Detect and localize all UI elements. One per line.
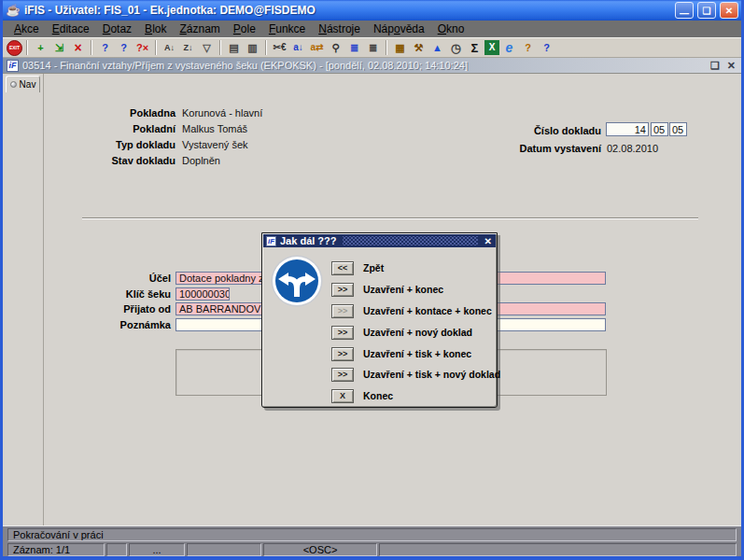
status-cell: [106, 543, 127, 556]
tools-icon[interactable]: ⚒: [410, 39, 428, 57]
translate-field-icon[interactable]: a⇄: [308, 39, 326, 57]
cancel-query-icon[interactable]: ?×: [133, 39, 151, 57]
close-posting-end-button[interactable]: >>: [331, 304, 354, 318]
doc-number-field-2[interactable]: 05: [651, 122, 668, 136]
list-values-icon[interactable]: ≣: [345, 39, 363, 57]
label-datum-vystaveni: Datum vystavení: [463, 143, 601, 154]
dialog-row: >> Uzavření + nový doklad: [331, 325, 472, 340]
dialog-close-icon[interactable]: ✕: [484, 236, 493, 246]
fork-direction-sign-icon: [271, 255, 323, 307]
delete-record-icon[interactable]: ×: [69, 39, 87, 57]
toolbar-separator: [155, 40, 157, 55]
horizontal-separator: [82, 217, 698, 219]
label-typ-dokladu: Typ dokladu: [21, 139, 175, 150]
mountain-icon[interactable]: ▲: [428, 39, 446, 57]
java-icon: ☕: [6, 3, 21, 18]
dialog-row: >> Uzavření + tisk + konec: [331, 346, 471, 361]
end-label: Konec: [363, 390, 393, 401]
close-print-end-button[interactable]: >>: [331, 347, 354, 361]
toolbar-separator: [219, 40, 221, 55]
list-of-values-icon[interactable]: a↓: [289, 39, 307, 57]
dialog-title: Jak dál ???: [280, 235, 337, 246]
duplicate-record-icon[interactable]: ⇲: [50, 39, 68, 57]
help-icon[interactable]: ?: [538, 39, 555, 57]
label-klic-seku: Klíč šeku: [21, 288, 171, 300]
close-new-document-label: Uzavření + nový doklad: [363, 327, 472, 338]
menu-akce[interactable]: Akce: [7, 22, 46, 35]
close-end-button[interactable]: >>: [331, 283, 354, 297]
mdi-close-button[interactable]: ✕: [725, 60, 737, 72]
menu-okno[interactable]: Okno: [431, 22, 471, 35]
menu-pole[interactable]: Pole: [227, 22, 262, 35]
dialog-body: << Zpět >> Uzavření + konec >> Uzavření …: [262, 248, 497, 407]
print-preview-icon[interactable]: ▥: [244, 39, 261, 57]
window-title: iFIS - Uživatel: FIS_01 - Ek.jednotka: D…: [24, 4, 671, 17]
value-datum-vystaveni: 02.08.2010: [607, 143, 658, 154]
maximize-button[interactable]: ❏: [697, 2, 716, 19]
doc-number-field-3[interactable]: 05: [669, 122, 687, 136]
value-pokladni: Malkus Tomáš: [182, 123, 247, 134]
close-button[interactable]: ✕: [720, 2, 738, 19]
value-typ-dokladu: Vystavený šek: [182, 139, 248, 150]
status-bar: Pokračování v práci Záznam: 1/1 ... <OSC…: [3, 525, 741, 557]
ifis-logo-icon: iF: [266, 236, 276, 246]
menu-napoveda[interactable]: Nápověda: [367, 22, 431, 35]
sort-descending-icon[interactable]: Z↓: [179, 39, 197, 57]
jak-dal-dialog: iF Jak dál ??? ✕ << Zpět: [261, 232, 498, 408]
sort-ascending-icon[interactable]: A↓: [161, 39, 178, 57]
sum-icon[interactable]: Σ: [466, 39, 484, 57]
enter-query-icon[interactable]: ?: [96, 39, 114, 57]
dialog-titlebar: iF Jak dál ??? ✕: [263, 234, 496, 247]
minimize-button[interactable]: —: [675, 2, 694, 19]
menu-nastroje[interactable]: Nástroje: [312, 22, 367, 35]
label-pokladni: Pokladní: [21, 123, 175, 134]
dialog-row: >> Uzavření + tisk + nový doklad: [331, 367, 500, 382]
excel-export-icon[interactable]: X: [484, 40, 499, 55]
label-ucel: Účel: [21, 273, 171, 284]
close-print-end-label: Uzavření + tisk + konec: [363, 348, 471, 359]
menu-dotaz[interactable]: Dotaz: [96, 22, 138, 35]
ifis-logo-icon: iF: [7, 60, 19, 72]
nav-tab[interactable]: Nav: [6, 76, 40, 92]
dialog-row: >> Uzavření + kontace + konec: [331, 303, 492, 318]
status-cell: [187, 543, 261, 556]
close-print-new-document-button[interactable]: >>: [331, 368, 354, 382]
print-icon[interactable]: ▤: [225, 39, 243, 57]
toolbar-separator: [386, 40, 387, 55]
value-pokladna: Korunová - hlavní: [182, 107, 262, 119]
toolbar: EXIT + ⇲ × ? ? ?× A↓ Z↓ ▽ ▤ ▥ ✂€ a↓ a⇄ ⚲…: [3, 37, 741, 58]
form-canvas: Nav Pokladna Korunová - hlavní Pokladní …: [3, 74, 741, 525]
zoom-record-icon[interactable]: ⚲: [327, 39, 344, 57]
clock-icon[interactable]: ◷: [447, 39, 465, 57]
toolbar-separator: [265, 40, 267, 55]
web-browser-icon[interactable]: e: [500, 39, 518, 57]
execute-query-icon[interactable]: ?: [115, 39, 133, 57]
dialog-row: X Konec: [331, 388, 393, 403]
organization-icon[interactable]: ▦: [391, 39, 409, 57]
menu-blok[interactable]: Blok: [138, 22, 173, 35]
ifis-main-window: ☕ iFIS - Uživatel: FIS_01 - Ek.jednotka:…: [0, 0, 744, 560]
menu-editace[interactable]: Editace: [46, 22, 96, 35]
close-new-document-button[interactable]: >>: [331, 326, 354, 340]
osc-indicator: <OSC>: [263, 543, 377, 556]
list-detail-icon[interactable]: ≣: [364, 39, 382, 57]
exit-icon[interactable]: EXIT: [7, 40, 22, 56]
cut-currency-icon[interactable]: ✂€: [271, 39, 288, 57]
menu-bar: Akce Editace Dotaz Blok Záznam Pole Funk…: [3, 21, 741, 37]
new-record-icon[interactable]: +: [32, 39, 49, 57]
back-button[interactable]: <<: [331, 261, 354, 275]
klic-seku-field[interactable]: 1000000302: [175, 287, 230, 301]
menu-funkce[interactable]: Funkce: [262, 22, 312, 35]
toolbar-separator: [26, 40, 28, 55]
filter-icon[interactable]: ▽: [198, 39, 216, 57]
help-about-icon[interactable]: ?: [519, 39, 537, 57]
menu-zaznam[interactable]: Záznam: [173, 22, 226, 35]
mdi-restore-button[interactable]: ❏: [709, 60, 722, 72]
status-dots-cell: ...: [129, 543, 185, 556]
label-pokladna: Pokladna: [21, 107, 175, 119]
close-end-label: Uzavření + konec: [363, 284, 443, 295]
doc-number-field-1[interactable]: 14: [606, 122, 649, 136]
end-button[interactable]: X: [331, 389, 354, 403]
record-indicator: Záznam: 1/1: [7, 543, 105, 556]
window-titlebar: ☕ iFIS - Uživatel: FIS_01 - Ek.jednotka:…: [3, 0, 741, 21]
